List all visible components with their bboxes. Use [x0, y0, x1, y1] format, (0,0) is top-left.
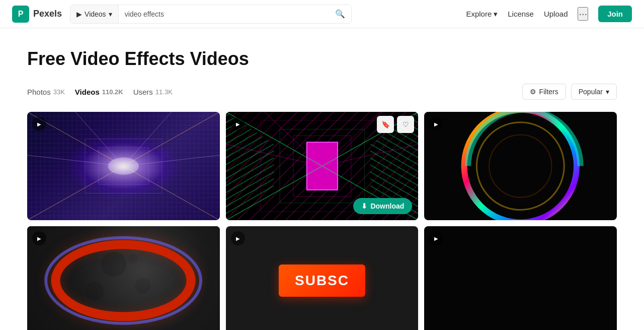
search-bar: ▶ Videos ▾ 🔍	[70, 5, 352, 24]
chevron-down-icon: ▾	[109, 10, 112, 18]
svg-point-31	[85, 282, 104, 301]
upload-link[interactable]: Upload	[544, 10, 568, 18]
search-type-button[interactable]: ▶ Videos ▾	[70, 5, 119, 23]
download-label: Download	[370, 202, 404, 210]
moon-svg	[27, 226, 220, 330]
like-button[interactable]: ♡	[397, 116, 414, 133]
svg-point-10	[108, 157, 139, 174]
main-content: Free Video Effects Videos Photos 33K Vid…	[15, 28, 629, 330]
filters-button[interactable]: ⚙ Filters	[522, 84, 566, 100]
users-tab-count: 11.3K	[155, 88, 173, 96]
filter-row: Photos 33K Videos 110.2K Users 11.3K ⚙ F…	[27, 84, 617, 100]
search-input[interactable]	[119, 10, 329, 18]
popular-button[interactable]: Popular ▾	[571, 84, 617, 100]
popular-label: Popular	[579, 88, 603, 96]
join-button[interactable]: Join	[598, 6, 632, 22]
card-actions: 🔖 ♡	[377, 116, 414, 133]
play-button[interactable]: ▶	[231, 117, 245, 131]
site-name: Pexels	[33, 9, 62, 19]
photos-tab-count: 33K	[53, 88, 65, 96]
bookmark-icon: 🔖	[381, 120, 390, 128]
video-card[interactable]: ▶	[27, 112, 220, 220]
svg-point-25	[477, 122, 565, 210]
users-tab-label: Users	[133, 88, 153, 96]
popular-chevron-icon: ▾	[606, 88, 609, 96]
svg-point-30	[135, 278, 150, 294]
videos-tab-label: Videos	[75, 88, 100, 96]
explore-chevron-icon: ▾	[494, 10, 498, 19]
subscribe-text: SUBSC	[279, 265, 365, 297]
license-label: License	[508, 10, 534, 18]
filter-icon: ⚙	[530, 88, 536, 96]
controls-right: ⚙ Filters Popular ▾	[522, 84, 617, 100]
filters-label: Filters	[539, 88, 558, 96]
svg-line-15	[226, 166, 322, 221]
video-icon: ▶	[76, 10, 82, 18]
explore-label: Explore	[466, 10, 492, 18]
video-card[interactable]: ▶	[27, 226, 220, 330]
play-button[interactable]: ▶	[429, 231, 443, 245]
download-icon: ⬇	[361, 202, 367, 210]
video-thumbnail	[27, 226, 220, 330]
tab-users[interactable]: Users 11.3K	[133, 88, 173, 96]
search-type-label: Videos	[85, 10, 106, 18]
bookmark-button[interactable]: 🔖	[377, 116, 394, 133]
svg-point-26	[490, 135, 552, 197]
play-button[interactable]: ▶	[32, 117, 46, 131]
video-card[interactable]: ▶	[424, 112, 617, 220]
video-grid: ▶	[27, 112, 617, 330]
photos-tab-label: Photos	[27, 88, 51, 96]
logo-icon: P	[12, 6, 29, 23]
tabs: Photos 33K Videos 110.2K Users 11.3K	[27, 88, 173, 96]
join-label: Join	[607, 10, 623, 18]
video-card[interactable]: SUBSC ▶	[226, 226, 419, 330]
tab-videos[interactable]: Videos 110.2K	[75, 88, 123, 96]
play-button[interactable]: ▶	[231, 231, 245, 245]
nav-right: Explore ▾ License Upload ··· Join	[466, 6, 632, 22]
svg-point-29	[101, 252, 126, 277]
svg-point-32	[128, 254, 138, 264]
svg-rect-27	[424, 112, 617, 166]
header: P Pexels ▶ Videos ▾ 🔍 Explore ▾ License …	[0, 0, 644, 28]
license-link[interactable]: License	[508, 10, 534, 18]
video-thumbnail: SUBSC	[226, 226, 419, 330]
tunnel-svg	[27, 112, 220, 220]
video-card[interactable]: ▶	[424, 226, 617, 330]
glitch-svg	[424, 112, 617, 220]
page-title: Free Video Effects Videos	[27, 48, 617, 70]
video-card[interactable]: ▶ 🔖 ♡ ⬇ Download	[226, 112, 419, 220]
heart-icon: ♡	[403, 120, 409, 128]
search-icon: 🔍	[335, 10, 345, 18]
video-thumbnail	[27, 112, 220, 220]
search-submit-button[interactable]: 🔍	[329, 9, 351, 19]
explore-link[interactable]: Explore ▾	[466, 10, 498, 19]
video-thumbnail	[424, 112, 617, 220]
logo-link[interactable]: P Pexels	[12, 6, 62, 23]
download-button[interactable]: ⬇ Download	[353, 198, 412, 214]
more-options-button[interactable]: ···	[578, 7, 588, 21]
videos-tab-count: 110.2K	[102, 88, 123, 96]
tab-photos[interactable]: Photos 33K	[27, 88, 65, 96]
upload-label: Upload	[544, 10, 568, 18]
